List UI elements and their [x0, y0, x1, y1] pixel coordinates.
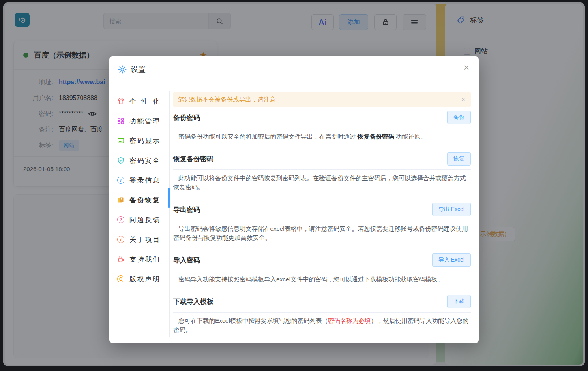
desc-required-highlight: 密码名称为必填 [328, 317, 371, 324]
desc-text: 密码导入功能支持按照密码模板导入excel文件中的密码，您可以通过下载模板功能获… [178, 276, 444, 282]
nav-item-password-display[interactable]: 密码显示 [117, 131, 169, 151]
settings-modal-header: 设置 [118, 64, 146, 75]
section-head: 下载导入模板 下载 [173, 295, 471, 313]
warning-banner: 笔记数据不会被备份或导出，请注意 × [173, 92, 471, 107]
settings-nav: 个性化 功能管理 密码显示 [117, 91, 169, 289]
desc-text: 功能还原。 [394, 133, 427, 140]
nav-label: 问题反馈 [129, 215, 159, 224]
warning-banner-text: 笔记数据不会被备份或导出，请注意 [178, 96, 276, 104]
banner-close-icon[interactable]: × [461, 96, 465, 103]
question-icon: ? [117, 216, 124, 223]
section-head: 导出密码 导出 Excel [173, 203, 471, 220]
section-head: 恢复备份密码 恢复 [173, 152, 471, 170]
backup-books-icon [117, 196, 124, 203]
copyright-icon: C [117, 275, 124, 282]
nav-item-password-security[interactable]: 密码安全 [117, 151, 169, 170]
section-head: 导入密码 导入 Excel [173, 253, 471, 271]
coffee-icon [117, 256, 124, 263]
restore-button[interactable]: 恢复 [447, 152, 471, 166]
section-description: 密码导入功能支持按照密码模板导入excel文件中的密码，您可以通过下载模板功能获… [173, 275, 471, 284]
modal-close-button[interactable]: × [462, 61, 471, 74]
import-excel-button[interactable]: 导入 Excel [432, 253, 471, 267]
section-download-template: 下载导入模板 下载 您可在下载的Excel模板中按照要求填写您的密码列表（密码名… [173, 295, 471, 334]
nav-item-about[interactable]: i 关于项目 [117, 230, 169, 249]
download-button[interactable]: 下载 [447, 295, 471, 308]
nav-item-login-info[interactable]: i 登录信息 [117, 170, 169, 190]
desc-text: 您可在下载的Excel模板中按照要求填写您的密码列表（ [178, 317, 328, 324]
nav-label: 密码显示 [129, 136, 159, 145]
section-export-password: 导出密码 导出 Excel 导出密码会将敏感信息明文存储在excel表格中，请注… [173, 203, 471, 242]
nav-label: 备份恢复 [129, 196, 159, 205]
nav-item-feature-management[interactable]: 功能管理 [117, 111, 169, 131]
section-description: 导出密码会将敏感信息明文存储在excel表格中，请注意密码安全。若您仅需要迁移账… [173, 224, 471, 242]
backup-button[interactable]: 备份 [447, 111, 471, 124]
settings-modal: 设置 × 个性化 功能管理 [109, 56, 479, 343]
settings-content: 笔记数据不会被备份或导出，请注意 × 备份密码 备份 密码备份功能可以安全的将加… [173, 92, 471, 334]
section-head: 备份密码 备份 [173, 111, 471, 128]
shield-check-icon [117, 157, 124, 164]
nav-item-backup-restore[interactable]: 备份恢复 [117, 190, 169, 210]
tshirt-icon [117, 98, 124, 105]
section-restore-backup: 恢复备份密码 恢复 此功能可以将备份文件中的密码恢复到密码列表。在验证备份文件的… [173, 152, 471, 192]
section-import-password: 导入密码 导入 Excel 密码导入功能支持按照密码模板导入excel文件中的密… [173, 253, 471, 284]
section-title: 备份密码 [173, 113, 200, 122]
nav-label: 登录信息 [129, 176, 159, 185]
nav-label: 功能管理 [129, 117, 159, 126]
section-title: 导出密码 [173, 205, 200, 214]
nav-item-support-us[interactable]: 支持我们 [117, 249, 169, 269]
nav-label: 关于项目 [129, 235, 159, 244]
section-title: 导入密码 [173, 256, 200, 265]
nav-item-copyright[interactable]: C 版权声明 [117, 269, 169, 289]
browser-window-icon [117, 137, 124, 144]
nav-label: 支持我们 [129, 255, 159, 264]
info-icon: i [117, 177, 124, 184]
section-description: 密码备份功能可以安全的将加密后的密码文件导出，在需要时通过 恢复备份密码 功能还… [173, 132, 471, 141]
export-excel-button[interactable]: 导出 Excel [432, 203, 471, 216]
gear-icon [118, 65, 127, 74]
section-description: 此功能可以将备份文件中的密码恢复到密码列表。在验证备份文件的主密码后，您可以选择… [173, 173, 471, 192]
nav-item-feedback[interactable]: ? 问题反馈 [117, 210, 169, 230]
desc-text: 此功能可以将备份文件中的密码恢复到密码列表。在验证备份文件的主密码后，您可以选择… [173, 175, 466, 190]
desc-text: 密码备份功能可以安全的将加密后的密码文件导出，在需要时通过 [178, 133, 358, 140]
section-title: 恢复备份密码 [173, 154, 213, 164]
settings-modal-title: 设置 [131, 64, 146, 75]
desc-emphasis: 恢复备份密码 [358, 133, 394, 140]
section-description: 您可在下载的Excel模板中按照要求填写您的密码列表（密码名称为必填），然后使用… [173, 316, 471, 334]
section-backup-password: 备份密码 备份 密码备份功能可以安全的将加密后的密码文件导出，在需要时通过 恢复… [173, 111, 471, 141]
nav-label: 密码安全 [129, 156, 159, 165]
nav-label: 版权声明 [129, 275, 159, 284]
section-title: 下载导入模板 [173, 297, 213, 306]
grid-icon [117, 117, 124, 124]
desc-text: 导出密码会将敏感信息明文存储在excel表格中，请注意密码安全。若您仅需要迁移账… [173, 225, 468, 241]
nav-active-indicator [168, 188, 170, 208]
nav-item-personalization[interactable]: 个性化 [117, 91, 169, 111]
about-info-icon: i [117, 236, 124, 243]
nav-divider [169, 91, 170, 337]
nav-label: 个性化 [129, 97, 159, 106]
